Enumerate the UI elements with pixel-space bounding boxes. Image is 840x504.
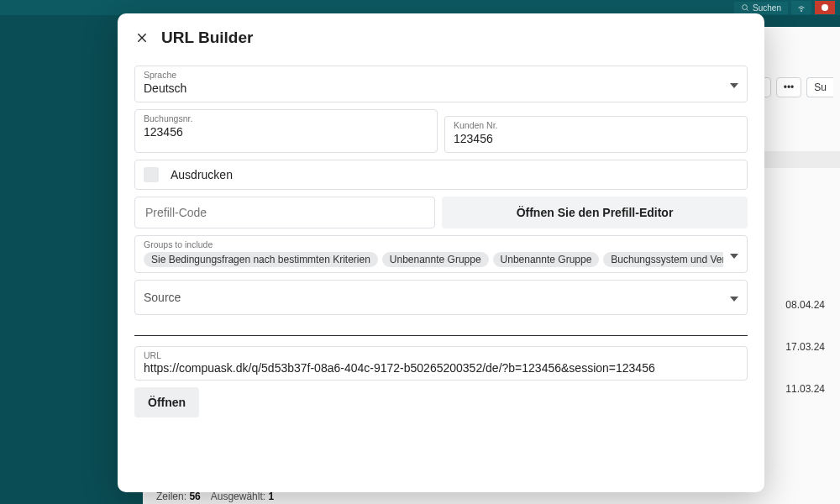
footer-selected: Ausgewählt: 1 [211,491,274,502]
groups-label: Groups to include [144,239,723,250]
open-prefill-editor-button[interactable]: Öffnen Sie den Prefill-Editor [442,197,748,228]
chevron-down-icon [730,247,738,262]
group-chip[interactable]: Unbenannte Gruppe [493,252,600,267]
source-label: Source [144,291,181,304]
customer-label: Kunden Nr. [454,120,738,131]
close-button[interactable] [134,30,150,45]
modal-header: URL Builder [134,29,748,47]
svg-point-0 [743,5,748,10]
group-chip[interactable]: Sie Bedingungsfragen nach bestimmten Kri… [144,252,378,267]
url-value: https://compuask.dk/q/5d53b37f-08a6-404c… [144,361,738,375]
alert-icon [820,3,830,13]
close-icon [135,31,149,45]
chevron-down-icon [730,291,738,304]
booking-input[interactable] [144,124,428,141]
groups-multiselect[interactable]: Groups to include Sie Bedingungsfragen n… [134,235,748,273]
topbar-wifi-button[interactable] [791,1,811,14]
wifi-icon [796,3,806,13]
date-cell: 08.04.24 [785,284,825,326]
group-chip[interactable]: Buchungssystem und Verwaltungssoftware [603,252,723,267]
search-icon [741,3,749,12]
svg-line-1 [747,9,748,11]
svg-point-3 [822,4,828,11]
topbar-alert-button[interactable] [815,1,835,14]
footer-rows: Zeilen: 56 [156,491,201,502]
date-cell: 11.03.24 [785,368,825,410]
url-output-field[interactable]: URL https://compuask.dk/q/5d53b37f-08a6-… [134,346,748,381]
prefill-code-input[interactable] [134,197,435,228]
chevron-down-icon [730,76,738,92]
bg-more-button[interactable]: ••• [776,77,802,97]
topbar-search-label: Suchen [753,3,781,13]
groups-chips: Sie Bedingungsfragen nach bestimmten Kri… [144,252,723,267]
print-checkbox[interactable] [144,167,159,182]
modal-title: URL Builder [161,29,253,47]
language-label: Sprache [144,70,738,81]
language-value: Deutsch [144,81,738,97]
url-builder-modal: URL Builder Sprache Deutsch Buchungsnr. … [118,13,764,492]
print-checkbox-row[interactable]: Ausdrucken [134,160,748,190]
section-divider [134,335,748,336]
background-footer: Zeilen: 56 Ausgewählt: 1 [156,491,274,502]
svg-point-2 [801,11,802,12]
group-chip[interactable]: Unbenannte Gruppe [382,252,489,267]
topbar-search[interactable]: Suchen [734,2,788,14]
print-label: Ausdrucken [171,168,233,181]
background-date-column: 08.04.24 17.03.24 11.03.24 [785,284,825,410]
language-select[interactable]: Sprache Deutsch [134,66,748,102]
bg-su-button[interactable]: Su [806,77,833,97]
booking-number-field[interactable]: Buchungsnr. [134,109,438,153]
date-cell: 17.03.24 [785,326,825,368]
open-url-button[interactable]: Öffnen [134,387,199,417]
customer-number-field[interactable]: Kunden Nr. [444,116,748,153]
url-label: URL [144,350,738,361]
customer-input[interactable] [454,131,738,148]
source-select[interactable]: Source [134,280,748,315]
booking-label: Buchungsnr. [144,113,428,124]
